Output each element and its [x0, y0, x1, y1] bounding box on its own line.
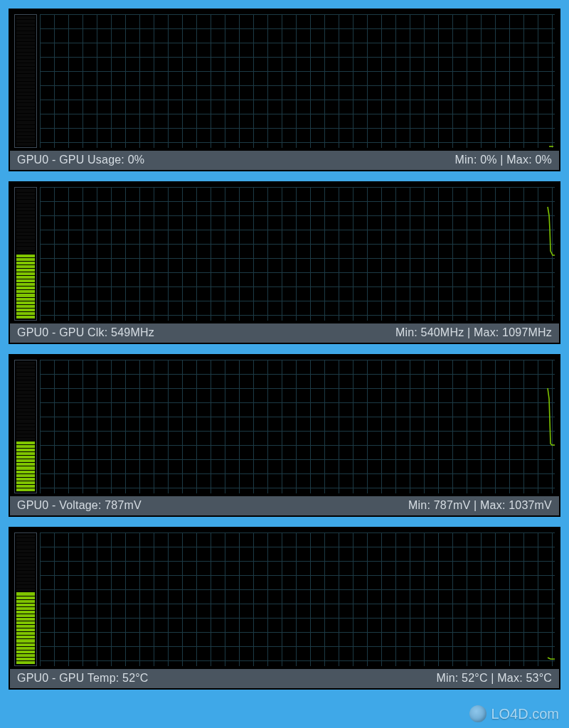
- vu-meter: [14, 14, 37, 148]
- panel-body: [10, 10, 559, 151]
- status-label-right: Min: 0% | Max: 0%: [455, 154, 553, 166]
- status-label-left: GPU0 - GPU Clk: 549MHz: [17, 326, 154, 339]
- monitor-panel-stack: GPU0 - GPU Usage: 0%Min: 0% | Max: 0%GPU…: [9, 9, 560, 690]
- watermark-text: LO4D.com: [491, 706, 559, 722]
- status-bar: GPU0 - GPU Usage: 0%Min: 0% | Max: 0%: [10, 151, 559, 170]
- graph-area: [40, 187, 555, 321]
- vu-meter: [14, 532, 37, 666]
- vu-meter: [14, 360, 37, 493]
- status-bar: GPU0 - GPU Temp: 52°CMin: 52°C | Max: 53…: [10, 669, 559, 688]
- graph-trace: [40, 187, 555, 321]
- graph-trace: [40, 532, 555, 666]
- metric-panel-gpu-clk: GPU0 - GPU Clk: 549MHzMin: 540MHz | Max:…: [9, 181, 560, 344]
- status-label-left: GPU0 - GPU Temp: 52°C: [17, 672, 149, 685]
- status-label-right: Min: 52°C | Max: 53°C: [436, 672, 552, 685]
- status-label-right: Min: 540MHz | Max: 1097MHz: [395, 326, 552, 339]
- status-label-left: GPU0 - GPU Usage: 0%: [17, 154, 144, 166]
- graph-trace: [40, 14, 555, 148]
- panel-body: [10, 528, 559, 669]
- watermark: LO4D.com: [469, 705, 559, 722]
- status-label-right: Min: 787mV | Max: 1037mV: [408, 499, 552, 512]
- graph-area: [40, 360, 555, 493]
- graph-area: [40, 14, 555, 148]
- panel-body: [10, 183, 559, 323]
- globe-icon: [469, 705, 486, 722]
- vu-meter: [14, 187, 37, 321]
- graph-trace: [40, 360, 555, 493]
- metric-panel-gpu-temp: GPU0 - GPU Temp: 52°CMin: 52°C | Max: 53…: [9, 527, 560, 690]
- graph-area: [40, 532, 555, 666]
- panel-body: [10, 355, 559, 496]
- status-label-left: GPU0 - Voltage: 787mV: [17, 499, 142, 512]
- metric-panel-gpu-voltage: GPU0 - Voltage: 787mVMin: 787mV | Max: 1…: [9, 354, 560, 517]
- metric-panel-gpu-usage: GPU0 - GPU Usage: 0%Min: 0% | Max: 0%: [9, 9, 560, 171]
- status-bar: GPU0 - Voltage: 787mVMin: 787mV | Max: 1…: [10, 496, 559, 515]
- status-bar: GPU0 - GPU Clk: 549MHzMin: 540MHz | Max:…: [10, 323, 559, 343]
